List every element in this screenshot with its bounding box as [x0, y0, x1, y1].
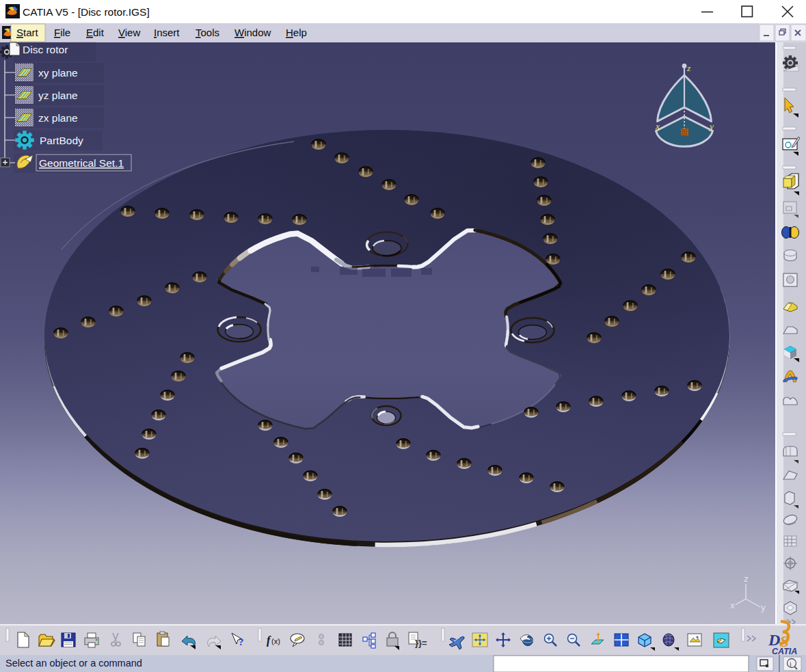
- svg-text:Disc rotor: Disc rotor: [23, 44, 68, 55]
- svg-text:z: z: [744, 574, 749, 584]
- svg-text:?: ?: [239, 636, 244, 647]
- svg-text:Tools: Tools: [196, 27, 219, 38]
- svg-text:i: i: [790, 660, 792, 668]
- svg-text:zx plane: zx plane: [38, 112, 78, 124]
- svg-text:Insert: Insert: [154, 27, 180, 38]
- svg-text:yz plane: yz plane: [38, 90, 78, 101]
- svg-text:Window: Window: [234, 27, 271, 38]
- svg-text:File: File: [54, 27, 70, 38]
- svg-text:z: z: [686, 63, 691, 73]
- svg-text:PartBody: PartBody: [40, 135, 83, 146]
- svg-text:Select an object or a command: Select an object or a command: [5, 658, 142, 669]
- svg-text:Geometrical Set.1: Geometrical Set.1: [39, 157, 124, 169]
- svg-text:Edit: Edit: [86, 27, 105, 38]
- svg-text:y: y: [761, 602, 766, 613]
- svg-text:x: x: [730, 600, 735, 610]
- svg-text:View: View: [118, 27, 140, 38]
- svg-text:CATIA V5 - [Disc rotor.IGS]: CATIA V5 - [Disc rotor.IGS]: [23, 6, 150, 18]
- svg-text:xy plane: xy plane: [38, 67, 78, 79]
- svg-text:y: y: [708, 121, 714, 131]
- svg-text:Start: Start: [16, 27, 39, 38]
- svg-text:(x): (x): [271, 637, 280, 645]
- svg-text:x: x: [655, 121, 660, 131]
- svg-text:}}=: }}=: [415, 638, 427, 648]
- svg-text:Help: Help: [286, 27, 307, 38]
- svg-text:CATIA: CATIA: [772, 647, 797, 656]
